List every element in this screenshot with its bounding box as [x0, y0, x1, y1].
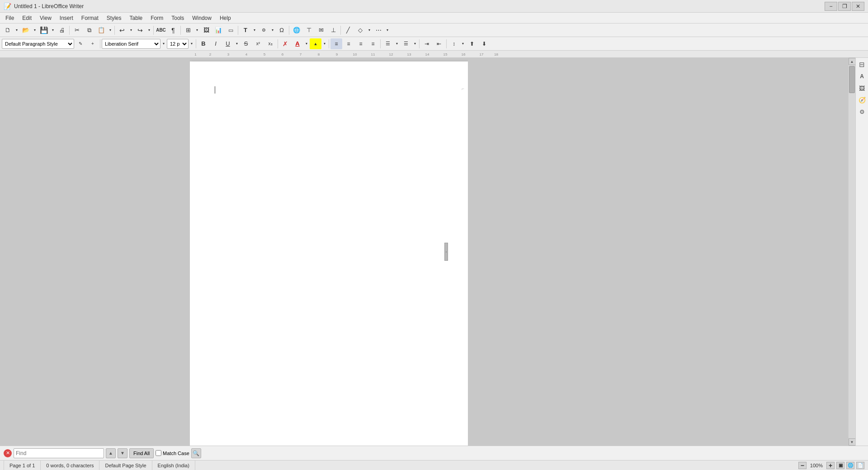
ordered-list-dropdown[interactable]: ▾: [412, 38, 418, 49]
find-close-button[interactable]: ✕: [4, 449, 12, 457]
insert-special-char-button[interactable]: Ω: [276, 25, 288, 36]
insert-shapes-button[interactable]: ◇: [354, 25, 366, 36]
subscript-button[interactable]: x₂: [264, 38, 276, 49]
font-size-select[interactable]: 12 pt: [167, 39, 189, 49]
superscript-button[interactable]: x²: [252, 38, 264, 49]
match-case-checkbox[interactable]: [156, 450, 161, 456]
navigator-sidebar-button[interactable]: 🧭: [857, 95, 867, 105]
undo-button[interactable]: ↩: [116, 25, 128, 36]
menu-table[interactable]: Table: [126, 14, 146, 22]
align-justify-button[interactable]: ≡: [367, 38, 379, 49]
font-color-dropdown[interactable]: ▾: [304, 38, 309, 49]
linespacing-button[interactable]: ↕: [448, 38, 460, 49]
paragraph-style-select[interactable]: Default Paragraph Style: [2, 39, 74, 49]
insert-textbox-button[interactable]: T: [240, 25, 251, 36]
properties-sidebar-button[interactable]: ⊟: [857, 60, 867, 70]
save-button[interactable]: 💾: [38, 25, 50, 36]
copy-button[interactable]: ⧉: [83, 25, 95, 36]
sidebar-collapse-handle[interactable]: ‹: [444, 243, 448, 261]
scroll-track[interactable]: [849, 65, 855, 438]
menu-window[interactable]: Window: [189, 14, 215, 22]
cut-button[interactable]: ✂: [71, 25, 83, 36]
para-spacing-decrease-button[interactable]: ⬇: [478, 38, 490, 49]
scroll-up-button[interactable]: ▲: [849, 58, 856, 65]
new-button[interactable]: 🗋: [2, 25, 14, 36]
find-all-button[interactable]: Find All: [129, 448, 154, 458]
fontsize-dropdown[interactable]: ▾: [189, 38, 194, 49]
insert-table-button[interactable]: ⊞: [182, 25, 194, 36]
insert-endnote-button[interactable]: ⊥: [327, 25, 339, 36]
view-print-button[interactable]: 📄: [856, 462, 864, 469]
find-next-button[interactable]: ▼: [118, 448, 127, 458]
highlight-dropdown[interactable]: ▾: [322, 38, 327, 49]
font-name-select[interactable]: Liberation Serif: [102, 39, 160, 49]
ordered-list-button[interactable]: ☰: [400, 38, 412, 49]
menu-styles[interactable]: Styles: [103, 14, 125, 22]
scroll-down-button[interactable]: ▼: [849, 438, 856, 446]
zoom-in-button[interactable]: +: [826, 462, 835, 469]
drawing-line-button[interactable]: ╱: [342, 25, 354, 36]
para-style-new[interactable]: +: [87, 38, 99, 49]
open-button[interactable]: 📂: [20, 25, 32, 36]
underline-button[interactable]: U: [222, 38, 234, 49]
menu-insert[interactable]: Insert: [56, 14, 77, 22]
restore-button[interactable]: ❐: [838, 2, 851, 11]
textbox-dropdown[interactable]: ▾: [252, 25, 257, 36]
document-page[interactable]: ⌐: [190, 61, 468, 446]
paste-dropdown[interactable]: ▾: [108, 25, 113, 36]
undo-dropdown[interactable]: ▾: [128, 25, 134, 36]
highlight-button[interactable]: ▲: [310, 38, 321, 49]
menu-help[interactable]: Help: [216, 14, 235, 22]
save-dropdown[interactable]: ▾: [50, 25, 56, 36]
formatting-marks-button[interactable]: ¶: [167, 25, 179, 36]
strikethrough-button[interactable]: S: [240, 38, 252, 49]
close-button[interactable]: ✕: [852, 2, 864, 11]
insert-table-dropdown[interactable]: ▾: [194, 25, 200, 36]
insert-forms-button[interactable]: ⋯: [373, 25, 384, 36]
font-dropdown[interactable]: ▾: [161, 38, 166, 49]
insert-frame-button[interactable]: ▭: [225, 25, 236, 36]
menu-file[interactable]: File: [2, 14, 18, 22]
styles-sidebar-button[interactable]: A: [857, 71, 867, 81]
new-dropdown[interactable]: ▾: [14, 25, 19, 36]
forms-dropdown[interactable]: ▾: [385, 25, 390, 36]
redo-dropdown[interactable]: ▾: [146, 25, 152, 36]
minimize-button[interactable]: −: [825, 2, 837, 11]
indent-more-button[interactable]: ⇥: [421, 38, 433, 49]
gallery-sidebar-button[interactable]: 🖼: [857, 83, 867, 93]
align-right-button[interactable]: ≡: [355, 38, 367, 49]
unordered-list-dropdown[interactable]: ▾: [394, 38, 400, 49]
shapes-dropdown[interactable]: ▾: [367, 25, 372, 36]
find-input[interactable]: [14, 448, 104, 458]
redo-button[interactable]: ↪: [134, 25, 146, 36]
para-style-edit[interactable]: ✎: [75, 38, 86, 49]
insert-field-button[interactable]: ⚙: [258, 25, 269, 36]
italic-button[interactable]: I: [210, 38, 222, 49]
menu-format[interactable]: Format: [78, 14, 102, 22]
font-color-button[interactable]: A: [292, 38, 303, 49]
view-normal-button[interactable]: ▣: [836, 462, 844, 469]
view-web-button[interactable]: 🌐: [846, 462, 854, 469]
spellcheck-button[interactable]: ABC: [155, 25, 167, 36]
unordered-list-button[interactable]: ☰: [382, 38, 394, 49]
insert-hyperlink-button[interactable]: 🌐: [291, 25, 302, 36]
insert-footnote-button[interactable]: ✉: [315, 25, 327, 36]
insert-image-button[interactable]: 🖼: [200, 25, 212, 36]
functions-sidebar-button[interactable]: ⚙: [857, 107, 867, 117]
document-container[interactable]: ⌐ ‹: [190, 58, 468, 446]
match-case-label[interactable]: Match Case: [156, 450, 189, 456]
menu-edit[interactable]: Edit: [19, 14, 35, 22]
linespacing-dropdown[interactable]: ▾: [460, 38, 466, 49]
menu-tools[interactable]: Tools: [168, 14, 188, 22]
para-spacing-increase-button[interactable]: ⬆: [466, 38, 478, 49]
menu-view[interactable]: View: [36, 14, 55, 22]
menu-form[interactable]: Form: [147, 14, 167, 22]
find-prev-button[interactable]: ▲: [106, 448, 116, 458]
find-search-options-button[interactable]: 🔍: [191, 448, 201, 458]
header-footer-button[interactable]: ⊤: [303, 25, 315, 36]
insert-chart-button[interactable]: 📊: [212, 25, 224, 36]
open-dropdown[interactable]: ▾: [32, 25, 38, 36]
paste-button[interactable]: 📋: [95, 25, 107, 36]
scroll-thumb[interactable]: [849, 66, 855, 93]
align-center-button[interactable]: ≡: [343, 38, 354, 49]
